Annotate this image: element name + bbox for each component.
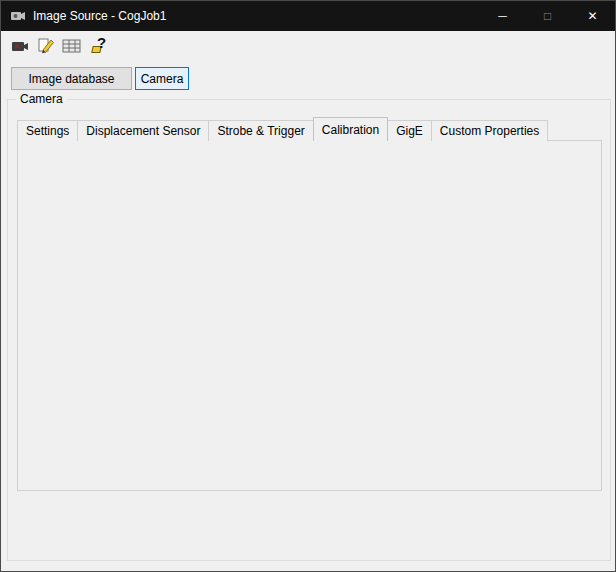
tab-gige[interactable]: GigE: [387, 120, 432, 141]
close-button[interactable]: ✕: [570, 1, 615, 31]
tab-strobe-trigger[interactable]: Strobe & Trigger: [208, 120, 313, 141]
tab-displacement-sensor[interactable]: Displacement Sensor: [77, 120, 209, 141]
image-source-window: Image Source - CogJob1 ─ □ ✕ ?: [0, 0, 616, 572]
tab-custom-properties[interactable]: Custom Properties: [431, 120, 548, 141]
acquire-image-icon[interactable]: [9, 36, 31, 56]
camera-groupbox-label: Camera: [16, 92, 67, 106]
minimize-button[interactable]: ─: [480, 1, 525, 31]
grid-display-icon[interactable]: [61, 36, 83, 56]
window-title: Image Source - CogJob1: [33, 9, 166, 23]
titlebar: Image Source - CogJob1 ─ □ ✕: [1, 1, 615, 31]
calibration-tab-panel: [17, 140, 602, 491]
camera-button[interactable]: Camera: [135, 67, 189, 90]
help-icon[interactable]: ?: [89, 35, 111, 55]
edit-acquisition-icon[interactable]: [35, 35, 57, 55]
tab-strip: Settings Displacement Sensor Strobe & Tr…: [17, 117, 547, 141]
app-icon: [10, 8, 26, 24]
maximize-button[interactable]: □: [525, 1, 570, 31]
tab-calibration[interactable]: Calibration: [313, 117, 388, 141]
image-database-button[interactable]: Image database: [11, 67, 132, 90]
help-icon-glyph: ?: [92, 36, 108, 54]
tab-settings[interactable]: Settings: [17, 120, 78, 141]
